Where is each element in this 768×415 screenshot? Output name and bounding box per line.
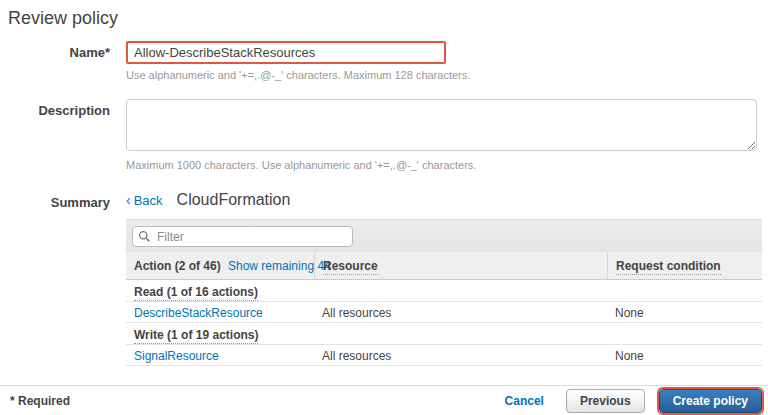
resource-column-label: Resource bbox=[323, 259, 378, 275]
description-help-text: Maximum 1000 characters. Use alphanumeri… bbox=[126, 159, 768, 171]
table-group-row-write: Write (1 of 19 actions) bbox=[126, 323, 762, 345]
summary-row: Summary ‹Back CloudFormation bbox=[8, 191, 768, 366]
filter-input-wrapper bbox=[132, 226, 353, 247]
back-link-label: Back bbox=[134, 193, 163, 208]
request-condition-cell: None bbox=[607, 345, 762, 365]
required-note: * Required bbox=[10, 394, 70, 408]
service-title: CloudFormation bbox=[177, 191, 291, 209]
name-help-text: Use alphanumeric and '+=,.@-_' character… bbox=[126, 69, 768, 81]
action-link[interactable]: DescribeStackResource bbox=[134, 306, 263, 320]
resource-cell: All resources bbox=[314, 345, 607, 365]
table-group-row-read: Read (1 of 16 actions) bbox=[126, 280, 762, 302]
table-row-describe-stack-resource: DescribeStackResource All resources None bbox=[126, 302, 762, 323]
table-row-signal-resource: SignalResource All resources None bbox=[126, 345, 762, 366]
policy-description-textarea[interactable] bbox=[126, 99, 757, 151]
chevron-left-icon: ‹ bbox=[126, 192, 131, 208]
column-header-request-condition: Request condition bbox=[607, 252, 762, 279]
description-label: Description bbox=[8, 99, 110, 118]
page-title: Review policy bbox=[8, 8, 768, 29]
footer-bar: * Required Cancel Previous Create policy bbox=[0, 385, 768, 415]
name-label: Name* bbox=[8, 41, 110, 60]
group-row-label: Read (1 of 16 actions) bbox=[134, 285, 258, 301]
resource-cell: All resources bbox=[314, 302, 607, 322]
column-header-action: Action (2 of 46) Show remaining 44 bbox=[126, 252, 314, 279]
filter-band bbox=[126, 219, 762, 252]
summary-header: ‹Back CloudFormation bbox=[126, 191, 768, 211]
name-row: Name* Use alphanumeric and '+=,.@-_' cha… bbox=[8, 41, 768, 99]
request-condition-cell: None bbox=[607, 302, 762, 322]
request-condition-column-label: Request condition bbox=[616, 259, 721, 275]
cancel-link[interactable]: Cancel bbox=[505, 394, 544, 408]
policy-summary-table: Action (2 of 46) Show remaining 44 Resou… bbox=[126, 219, 762, 366]
group-row-label: Write (1 of 19 actions) bbox=[134, 328, 258, 344]
filter-input[interactable] bbox=[132, 226, 353, 247]
policy-name-input[interactable] bbox=[126, 41, 446, 64]
column-header-resource: Resource bbox=[314, 252, 607, 279]
summary-label: Summary bbox=[8, 191, 110, 210]
action-column-label: Action (2 of 46) bbox=[134, 259, 221, 273]
back-link[interactable]: ‹Back bbox=[126, 192, 163, 208]
review-policy-page: Review policy Name* Use alphanumeric and… bbox=[0, 0, 768, 366]
table-header-row: Action (2 of 46) Show remaining 44 Resou… bbox=[126, 252, 762, 280]
previous-button[interactable]: Previous bbox=[566, 389, 645, 413]
create-policy-button[interactable]: Create policy bbox=[659, 389, 762, 413]
action-link[interactable]: SignalResource bbox=[134, 349, 219, 363]
search-icon bbox=[138, 230, 151, 243]
description-row: Description Maximum 1000 characters. Use… bbox=[8, 99, 768, 189]
